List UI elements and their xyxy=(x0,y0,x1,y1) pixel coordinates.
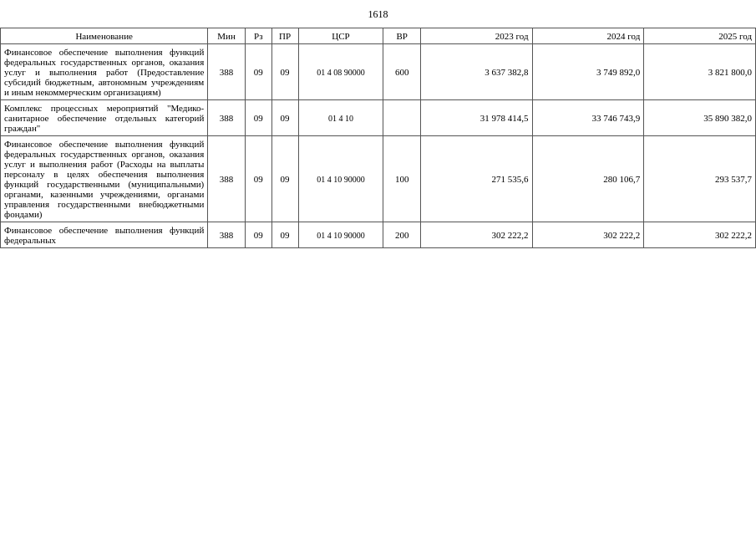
cell-pr: 09 xyxy=(271,136,298,222)
header-name: Наименование xyxy=(1,28,208,44)
cell-year-2023: 302 222,2 xyxy=(420,222,532,248)
header-2024: 2024 год xyxy=(532,28,644,44)
cell-min: 388 xyxy=(208,136,246,222)
cell-vr: 600 xyxy=(383,44,421,100)
cell-name: Финансовое обеспечение выполнения функци… xyxy=(1,136,208,222)
table-row: Финансовое обеспечение выполнения функци… xyxy=(1,136,756,222)
cell-vr: 200 xyxy=(383,222,421,248)
cell-pr: 09 xyxy=(271,44,298,100)
cell-pr: 09 xyxy=(271,222,298,248)
table-header: Наименование Мин Рз ПР ЦСР ВР 2023 год 2… xyxy=(1,28,756,44)
cell-year-2025: 35 890 382,0 xyxy=(644,100,756,136)
cell-rz: 09 xyxy=(245,44,271,100)
cell-year-2024: 33 746 743,9 xyxy=(532,100,644,136)
cell-pr: 09 xyxy=(271,100,298,136)
cell-vr xyxy=(383,100,421,136)
cell-year-2024: 3 749 892,0 xyxy=(532,44,644,100)
cell-year-2023: 31 978 414,5 xyxy=(420,100,532,136)
cell-tsr: 01 4 10 xyxy=(298,100,383,136)
header-rz: Рз xyxy=(245,28,271,44)
header-vr: ВР xyxy=(383,28,421,44)
cell-min: 388 xyxy=(208,100,246,136)
cell-tsr: 01 4 10 90000 xyxy=(298,136,383,222)
header-2023: 2023 год xyxy=(420,28,532,44)
header-min: Мин xyxy=(208,28,246,44)
page-number: 1618 xyxy=(0,8,756,21)
cell-year-2023: 271 535,6 xyxy=(420,136,532,222)
cell-year-2023: 3 637 382,8 xyxy=(420,44,532,100)
cell-tsr: 01 4 08 90000 xyxy=(298,44,383,100)
cell-min: 388 xyxy=(208,222,246,248)
cell-name: Финансовое обеспечение выполнения функци… xyxy=(1,222,208,248)
cell-rz: 09 xyxy=(245,100,271,136)
header-tsr: ЦСР xyxy=(298,28,383,44)
cell-vr: 100 xyxy=(383,136,421,222)
main-table: Наименование Мин Рз ПР ЦСР ВР 2023 год 2… xyxy=(0,28,756,248)
cell-name: Комплекс процессных мероприятий "Медико-… xyxy=(1,100,208,136)
table-row: Финансовое обеспечение выполнения функци… xyxy=(1,222,756,248)
cell-year-2025: 293 537,7 xyxy=(644,136,756,222)
cell-year-2024: 302 222,2 xyxy=(532,222,644,248)
cell-rz: 09 xyxy=(245,222,271,248)
cell-tsr: 01 4 10 90000 xyxy=(298,222,383,248)
table-row: Комплекс процессных мероприятий "Медико-… xyxy=(1,100,756,136)
cell-min: 388 xyxy=(208,44,246,100)
cell-name: Финансовое обеспечение выполнения функци… xyxy=(1,44,208,100)
header-pr: ПР xyxy=(271,28,298,44)
cell-year-2025: 3 821 800,0 xyxy=(644,44,756,100)
table-row: Финансовое обеспечение выполнения функци… xyxy=(1,44,756,100)
cell-year-2025: 302 222,2 xyxy=(644,222,756,248)
cell-rz: 09 xyxy=(245,136,271,222)
cell-year-2024: 280 106,7 xyxy=(532,136,644,222)
header-2025: 2025 год xyxy=(644,28,756,44)
